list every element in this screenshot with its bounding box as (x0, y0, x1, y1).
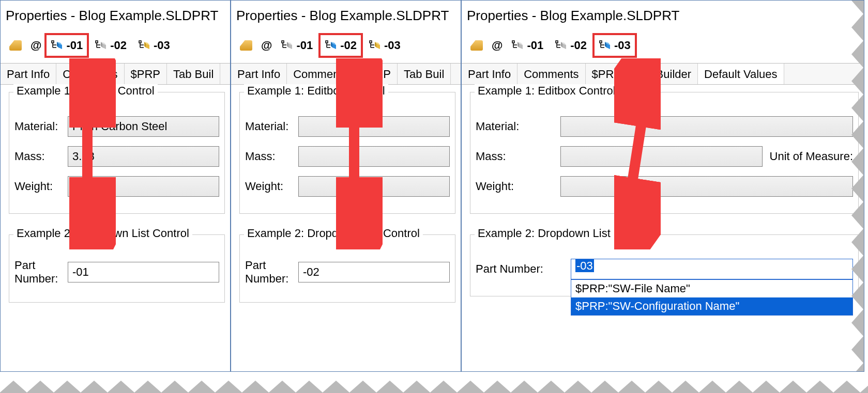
config-button--02[interactable]: -02 (318, 33, 363, 58)
config-label: -02 (570, 39, 587, 52)
config-label: -02 (340, 39, 357, 52)
dropdown-list: $PRP:"SW-File Name"$PRP:"SW-Configuratio… (571, 279, 853, 316)
config-label: -01 (66, 39, 83, 52)
material-input[interactable] (560, 116, 853, 137)
group-legend: Example 1: Editbox Control (244, 84, 388, 98)
tab-default-values[interactable]: Default Values (698, 64, 784, 84)
part-icon (240, 40, 252, 51)
mass-input[interactable] (560, 146, 763, 167)
mass-label: Mass: (245, 150, 291, 163)
weight-input[interactable] (298, 176, 450, 197)
config-label: -03 (614, 39, 631, 52)
config-toolbar: @-01-02-03 (462, 33, 864, 63)
config-toolbar: @-01-02-03 (231, 33, 461, 63)
tab-tab-buil[interactable]: Tab Buil (398, 64, 451, 84)
config-button--02[interactable]: -02 (549, 33, 592, 58)
config-label: -03 (154, 39, 170, 52)
config-button--01[interactable]: -01 (275, 33, 318, 58)
properties-panel-1: Properties - Blog Example.SLDPRT @-01-02… (0, 0, 231, 372)
weight-label: Weight: (14, 180, 60, 193)
config-button--03[interactable]: -03 (132, 33, 176, 58)
part-number-input[interactable] (298, 262, 450, 282)
config-label: -01 (527, 39, 543, 52)
tab-part-info[interactable]: Part Info (462, 64, 517, 84)
at-symbol: @ (489, 39, 506, 52)
part-number-label: Part Number: (14, 259, 60, 286)
config-button--01[interactable]: -01 (44, 33, 89, 58)
model-icon[interactable] (234, 33, 258, 58)
properties-panel-3: Properties - Blog Example.SLDPRT @-01-02… (461, 0, 864, 372)
group-legend: Example 2: Dropdown List Control (475, 227, 653, 240)
group-legend: Example 2: Dropdown List Control (13, 227, 192, 240)
tab-bar: Part InfoComments$PRPTab Buil (1, 63, 230, 85)
panel-title: Properties - Blog Example.SLDPRT (462, 1, 864, 33)
config-button--02[interactable]: -02 (89, 33, 132, 58)
part-number-label: Part Number: (476, 262, 564, 276)
config-toolbar: @-01-02-03 (1, 33, 230, 63)
properties-panel-2: Properties - Blog Example.SLDPRT @-01-02… (231, 0, 461, 372)
group-editbox: Example 1: Editbox Control Material: Mas… (239, 92, 455, 214)
group-editbox: Example 1: Editbox Control Material: Mas… (9, 92, 225, 214)
tab--prp[interactable]: $PRP (586, 64, 628, 84)
weight-input[interactable] (68, 176, 219, 197)
tab-comments[interactable]: Comments (287, 64, 355, 84)
panel-title: Properties - Blog Example.SLDPRT (231, 1, 461, 33)
at-symbol: @ (258, 39, 275, 52)
group-dropdown: Example 2: Dropdown List Control Part Nu… (239, 234, 455, 303)
weight-label: Weight: (245, 180, 291, 193)
tab--prp[interactable]: $PRP (355, 64, 398, 84)
model-icon[interactable] (4, 33, 27, 58)
tab-bar: Part InfoComments$PRPTab Buil (231, 63, 461, 85)
part-icon (470, 40, 483, 51)
material-input[interactable] (68, 116, 219, 137)
group-dropdown: Example 2: Dropdown List Control Part Nu… (9, 234, 225, 303)
panel-title: Properties - Blog Example.SLDPRT (1, 1, 230, 33)
config-button--01[interactable]: -01 (506, 33, 549, 58)
weight-label: Weight: (476, 180, 553, 193)
tab-part-info[interactable]: Part Info (231, 64, 287, 84)
part-number-dropdown[interactable]: -03 (571, 259, 853, 279)
tab--prp[interactable]: $PRP (125, 64, 167, 84)
material-label: Material: (476, 120, 553, 133)
tab-bar: Part InfoComments$PRPTab BuilderDefault … (462, 63, 864, 85)
group-legend: Example 2: Dropdown List Control (244, 227, 423, 240)
mass-label: Mass: (14, 150, 60, 163)
weight-input[interactable] (560, 176, 853, 197)
part-icon (9, 40, 22, 51)
dropdown-option[interactable]: $PRP:"SW-Configuration Name" (571, 297, 852, 315)
part-number-label: Part Number: (245, 259, 291, 286)
config-button--03[interactable]: -03 (363, 33, 406, 58)
group-legend: Example 1: Editbox Control (13, 84, 158, 98)
group-dropdown: Example 2: Dropdown List Control Part Nu… (470, 234, 859, 296)
tab-part-info[interactable]: Part Info (1, 64, 56, 84)
config-label: -01 (296, 39, 313, 52)
tab-tab-buil[interactable]: Tab Buil (167, 64, 220, 84)
material-input[interactable] (298, 116, 450, 137)
group-legend: Example 1: Editbox Control (475, 84, 619, 98)
torn-edge-bottom-icon (0, 381, 868, 393)
mass-label: Mass: (476, 150, 553, 163)
material-label: Material: (245, 120, 291, 133)
mass-input[interactable] (298, 146, 450, 167)
model-icon[interactable] (465, 33, 489, 58)
unit-label: Unit of Measure: (770, 150, 853, 163)
tab-tab-builder[interactable]: Tab Builder (628, 64, 698, 84)
at-symbol: @ (27, 39, 44, 52)
config-label: -02 (110, 39, 127, 52)
part-number-input[interactable] (68, 262, 219, 282)
tab-comments[interactable]: Comments (56, 64, 124, 84)
config-button--03[interactable]: -03 (592, 33, 637, 58)
material-label: Material: (14, 120, 60, 133)
mass-input[interactable] (68, 146, 219, 167)
group-editbox: Example 1: Editbox Control Material: Mas… (470, 92, 859, 214)
config-label: -03 (384, 39, 401, 52)
tab-comments[interactable]: Comments (517, 64, 585, 84)
dropdown-option[interactable]: $PRP:"SW-File Name" (571, 280, 852, 297)
